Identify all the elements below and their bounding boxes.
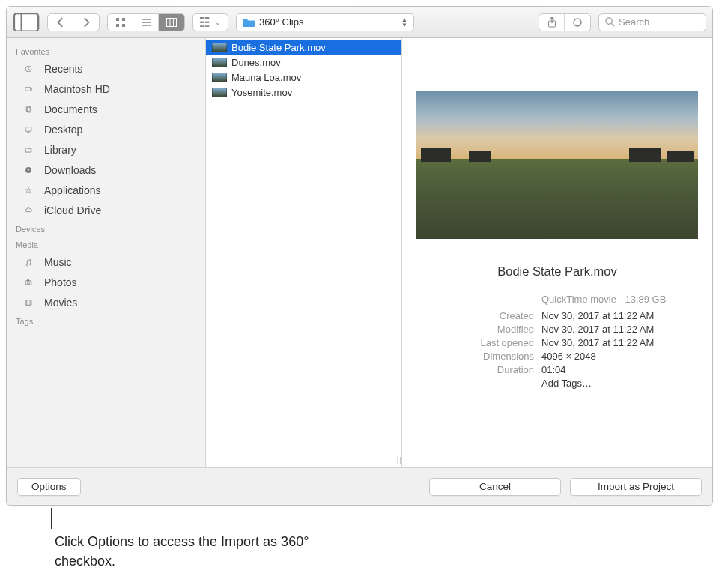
share-tags-group xyxy=(539,13,591,31)
video-thumb-icon xyxy=(212,88,227,97)
folder-icon xyxy=(25,143,38,157)
sidebar-item-movies[interactable]: Movies xyxy=(7,292,205,312)
popup-arrows-icon: ▲▼ xyxy=(401,17,407,28)
film-icon xyxy=(25,296,38,309)
preview-metadata: QuickTime movie - 13.89 GB Created Nov 3… xyxy=(413,294,702,389)
svg-point-31 xyxy=(27,281,29,283)
preview-created: Nov 30, 2017 at 11:22 AM xyxy=(541,310,699,321)
favorites-heading: Favorites xyxy=(7,43,205,58)
preview-modified: Nov 30, 2017 at 11:22 AM xyxy=(541,324,699,335)
preview-kind-size: QuickTime movie - 13.89 GB xyxy=(541,294,699,305)
sidebar-item-photos[interactable]: Photos xyxy=(7,272,205,292)
sidebar-item-downloads[interactable]: Downloads xyxy=(7,160,205,180)
path-label: 360° Clips xyxy=(259,16,397,28)
back-button[interactable] xyxy=(48,14,73,31)
chevron-down-icon: ⌄ xyxy=(215,19,221,26)
folder-icon xyxy=(243,17,255,27)
view-icon-button[interactable] xyxy=(108,14,133,31)
video-thumb-icon xyxy=(212,58,227,67)
documents-icon xyxy=(25,103,38,116)
svg-rect-0 xyxy=(14,13,38,31)
svg-rect-5 xyxy=(122,24,125,27)
dialog-body: Favorites Recents Macintosh HD Documents… xyxy=(7,38,712,467)
music-icon xyxy=(25,255,38,269)
video-thumb-icon xyxy=(212,73,227,82)
search-icon xyxy=(605,17,615,27)
nav-back-forward xyxy=(47,13,100,31)
sidebar-item-macintosh-hd[interactable]: Macintosh HD xyxy=(7,79,205,99)
svg-rect-32 xyxy=(27,279,28,280)
download-icon xyxy=(25,163,38,177)
file-row[interactable]: Mauna Loa.mov xyxy=(206,70,401,85)
forward-button[interactable] xyxy=(73,14,99,31)
svg-line-21 xyxy=(611,23,614,26)
import-button[interactable]: Import as Project xyxy=(570,478,702,496)
column-resize-handle[interactable]: || xyxy=(397,456,402,464)
dialog-footer: Options Cancel Import as Project xyxy=(7,467,712,505)
svg-rect-14 xyxy=(200,21,204,22)
preview-last-opened: Nov 30, 2017 at 11:22 AM xyxy=(541,337,699,348)
svg-rect-15 xyxy=(205,21,210,22)
view-column-button[interactable] xyxy=(159,14,184,31)
sidebar-item-recents[interactable]: Recents xyxy=(7,58,205,79)
tags-heading: Tags xyxy=(7,312,205,328)
sidebar-item-documents[interactable]: Documents xyxy=(7,99,205,119)
callout-leader-line xyxy=(51,508,52,529)
share-button[interactable] xyxy=(539,14,565,31)
svg-point-24 xyxy=(30,88,31,89)
add-tags-link[interactable]: Add Tags… xyxy=(541,378,699,389)
group-by-button[interactable]: ⌄ xyxy=(192,13,228,31)
sidebar-toggle-button[interactable] xyxy=(13,13,40,31)
file-list-column: Bodie State Park.mov Dunes.mov Mauna Loa… xyxy=(206,38,402,467)
callout-text: Click Options to access the Import as 36… xyxy=(55,532,369,571)
video-thumb-icon xyxy=(212,43,227,52)
svg-rect-9 xyxy=(167,18,177,26)
svg-rect-16 xyxy=(200,25,204,27)
file-row[interactable]: Bodie State Park.mov xyxy=(206,40,401,55)
preview-title: Bodie State Park.mov xyxy=(413,264,702,279)
open-dialog: ⌄ 360° Clips ▲▼ Search Favorites xyxy=(6,6,713,506)
file-row[interactable]: Dunes.mov xyxy=(206,55,401,70)
preview-column: Bodie State Park.mov QuickTime movie - 1… xyxy=(402,38,712,467)
svg-rect-3 xyxy=(122,18,125,21)
sidebar: Favorites Recents Macintosh HD Documents… xyxy=(7,38,206,467)
media-heading: Media xyxy=(7,236,205,252)
svg-rect-4 xyxy=(116,24,119,27)
view-mode-group xyxy=(107,13,185,31)
svg-rect-13 xyxy=(205,17,210,19)
svg-rect-17 xyxy=(205,25,210,27)
preview-duration: 01:04 xyxy=(541,364,699,375)
svg-rect-2 xyxy=(116,18,119,21)
cancel-button[interactable]: Cancel xyxy=(429,478,561,496)
search-placeholder: Search xyxy=(619,16,649,28)
search-field[interactable]: Search xyxy=(598,13,706,31)
svg-rect-33 xyxy=(25,300,31,305)
sidebar-item-desktop[interactable]: Desktop xyxy=(7,119,205,139)
svg-rect-27 xyxy=(25,127,31,131)
tags-button[interactable] xyxy=(565,14,590,31)
preview-dimensions: 4096 × 2048 xyxy=(541,351,699,362)
sidebar-item-library[interactable]: Library xyxy=(7,139,205,160)
desktop-icon xyxy=(25,123,38,136)
options-button[interactable]: Options xyxy=(17,478,81,496)
toolbar: ⌄ 360° Clips ▲▼ Search xyxy=(7,7,712,38)
svg-rect-12 xyxy=(200,17,204,19)
sidebar-item-applications[interactable]: Applications xyxy=(7,180,205,200)
view-list-button[interactable] xyxy=(133,14,159,31)
applications-icon xyxy=(25,184,38,197)
file-row[interactable]: Yosemite.mov xyxy=(206,85,401,100)
path-popup[interactable]: 360° Clips ▲▼ xyxy=(236,13,414,31)
svg-point-19 xyxy=(574,19,581,26)
sidebar-item-music[interactable]: Music xyxy=(7,252,205,272)
sidebar-item-icloud-drive[interactable]: iCloud Drive xyxy=(7,200,205,220)
camera-icon xyxy=(25,276,38,289)
harddrive-icon xyxy=(25,82,38,96)
devices-heading: Devices xyxy=(7,220,205,236)
clock-icon xyxy=(25,62,38,76)
svg-point-20 xyxy=(606,18,612,24)
preview-image xyxy=(416,91,698,239)
cloud-icon xyxy=(25,204,38,217)
